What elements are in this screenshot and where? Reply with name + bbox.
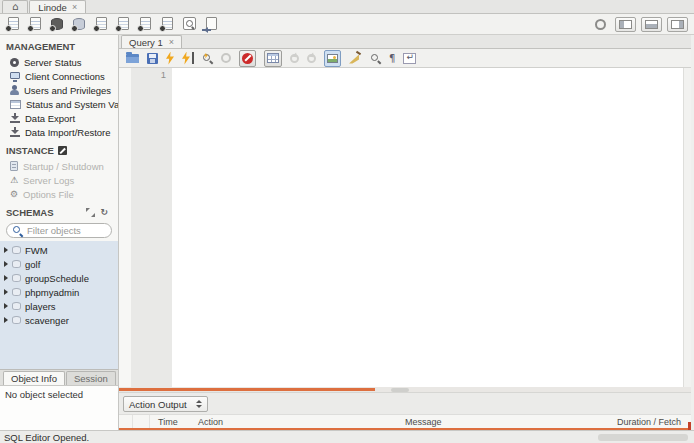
server-icon [10,161,18,171]
expander-triangle-icon[interactable] [4,303,8,309]
wrap-text-button[interactable] [403,51,416,66]
sql-editor[interactable]: 1 [119,68,691,387]
schema-item-groupschedule[interactable]: groupSchedule [0,271,118,285]
schema-item-fwm[interactable]: FWM [0,243,118,257]
execute-button[interactable] [166,51,174,66]
expander-triangle-icon[interactable] [4,261,8,267]
home-tab[interactable]: ⌂ [2,0,28,13]
gauge-icon [10,58,19,67]
splitter-grip-icon[interactable] [391,388,409,392]
schema-label: phpmyadmin [25,287,79,298]
expander-triangle-icon[interactable] [4,317,8,323]
new-sql-tab-button[interactable] [4,16,22,32]
open-file-button[interactable] [126,51,139,66]
execute-icon [166,52,174,65]
toggle-bottom-panel-icon [645,20,658,29]
limit-rows-toggle[interactable] [264,50,282,67]
save-button[interactable] [147,51,158,66]
code-area[interactable] [172,68,683,387]
schema-item-golf[interactable]: golf [0,257,118,271]
output-view-select[interactable]: Action Output [123,396,208,412]
search-data-button[interactable] [180,16,198,32]
beautify-icon [349,52,362,65]
sidebar-item-startup-shutdown[interactable]: Startup / Shutdown [0,159,118,173]
find-button[interactable] [370,51,381,66]
schema-filter-box[interactable] [6,223,112,238]
monitor-icon [10,72,20,79]
management-header-label: MANAGEMENT [6,41,75,52]
sidebar-item-data-export[interactable]: Data Export [0,111,118,125]
sidebar-item-users-privileges[interactable]: Users and Privileges [0,83,118,97]
commit-icon [290,54,299,63]
toggle-bottom-panel-button[interactable] [641,17,662,32]
variables-icon [10,100,21,109]
expander-triangle-icon[interactable] [4,247,8,253]
invisible-chars-button[interactable]: ¶ [389,51,395,66]
sidebar-item-label: Data Export [25,113,75,124]
toggle-right-panel-button[interactable] [667,17,688,32]
autocommit-toggle[interactable] [324,50,341,67]
editor-scrollbar[interactable] [683,68,691,387]
sidebar-item-status-variables[interactable]: Status and System Variables [0,97,118,111]
new-procedure-button[interactable] [136,16,154,32]
action-output-toolbar: Action Output [119,393,691,415]
output-col-index [133,415,150,428]
connection-tab-label: Linode [38,2,67,13]
expand-icon[interactable] [86,208,95,217]
stop-icon [221,53,231,63]
alter-schema-button[interactable] [70,16,88,32]
sidebar-item-data-import[interactable]: Data Import/Restore [0,125,118,139]
new-table-button[interactable] [92,16,110,32]
sidebar-item-server-logs[interactable]: ⚠ Server Logs [0,173,118,187]
sidebar-item-label: Server Logs [23,175,74,186]
tab-session[interactable]: Session [66,371,116,385]
close-icon[interactable]: × [72,2,77,12]
stop-on-error-toggle[interactable] [239,50,256,67]
window-tabstrip: ⌂ Linode × [0,0,694,14]
refresh-icon[interactable]: ↻ [100,208,108,217]
spinner-icon [196,400,202,408]
beautify-button[interactable] [349,51,362,66]
explain-button[interactable] [202,51,213,66]
sidebar-item-server-status[interactable]: Server Status [0,55,118,69]
sidebar-item-client-connections[interactable]: Client Connections [0,69,118,83]
column-time[interactable]: Time [158,417,178,427]
new-schema-button[interactable] [48,16,66,32]
commit-button[interactable] [290,51,299,66]
rollback-button[interactable] [307,51,316,66]
schema-item-phpmyadmin[interactable]: phpmyadmin [0,285,118,299]
open-sql-script-button[interactable] [26,16,44,32]
stop-button[interactable] [221,51,231,66]
reconnect-button[interactable] [202,16,220,32]
schemas-header: SCHEMAS ↻ [0,201,118,221]
execute-current-button[interactable] [182,51,194,66]
plus-badge-icon [137,25,144,32]
expander-triangle-icon[interactable] [4,275,8,281]
main-area: Query 1 × ¶ 1 [119,35,691,430]
search-icon [12,225,23,236]
limit-rows-toggle-icon [267,53,279,63]
column-message[interactable]: Message [405,417,442,427]
schema-item-scavenger[interactable]: scavenger [0,313,118,327]
horizontal-scrollbar-thumb[interactable] [598,434,688,441]
close-icon[interactable]: × [169,37,174,47]
column-action[interactable]: Action [198,417,223,427]
expander-triangle-icon[interactable] [4,289,8,295]
new-function-button[interactable] [158,16,176,32]
splitter-highlight [119,388,375,391]
schemas-header-label: SCHEMAS [6,207,54,218]
schema-item-players[interactable]: players [0,299,118,313]
query-tab[interactable]: Query 1 × [121,35,182,48]
line-number-gutter: 1 [131,68,172,387]
sidebar-item-options-file[interactable]: ⚙ Options File [0,187,118,201]
output-view-label: Action Output [129,399,187,410]
status-circle-icon [595,19,606,30]
execute-current-icon [182,52,190,65]
schema-filter-input[interactable] [27,225,106,236]
tab-object-info[interactable]: Object Info [3,371,65,385]
column-duration-fetch[interactable]: Duration / Fetch [617,417,681,427]
toggle-left-panel-button[interactable] [615,17,636,32]
user-icon [10,85,19,95]
connection-tab[interactable]: Linode × [29,0,86,13]
new-view-button[interactable] [114,16,132,32]
